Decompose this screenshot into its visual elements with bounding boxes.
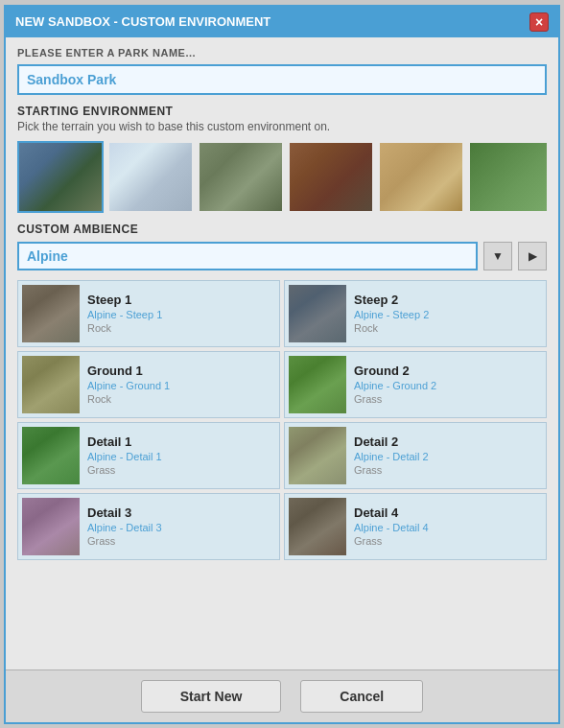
texture-detail4[interactable]: Detail 4 Alpine - Detail 4 Grass [284,493,547,560]
environment-section: STARTING ENVIRONMENT Pick the terrain yo… [17,105,547,213]
texture-steep1-thumb [22,285,80,342]
park-name-label: PLEASE ENTER A PARK NAME... [17,47,547,59]
texture-detail1-type: Grass [87,464,162,476]
texture-steep1-name: Steep 1 [87,293,162,307]
terrain-swamp[interactable] [198,141,284,213]
texture-detail4-sub: Alpine - Detail 4 [354,522,429,533]
texture-detail2-info: Detail 2 Alpine - Detail 2 Grass [354,434,429,476]
texture-ground1-info: Ground 1 Alpine - Ground 1 Rock [87,364,170,405]
texture-ground1-thumb [22,356,80,413]
texture-steep1-info: Steep 1 Alpine - Steep 1 Rock [87,293,162,334]
texture-detail4-thumb [289,498,346,555]
texture-detail3-name: Detail 3 [87,505,162,520]
texture-detail2-thumb [289,427,346,484]
texture-detail1-info: Detail 1 Alpine - Detail 1 Grass [87,434,162,476]
texture-detail3-info: Detail 3 Alpine - Detail 3 Grass [87,505,162,547]
texture-detail4-type: Grass [354,535,429,547]
texture-ground2-sub: Alpine - Ground 2 [354,380,436,391]
title-bar: NEW SANDBOX - CUSTOM ENVIRONMENT × [6,7,558,37]
dialog-content: PLEASE ENTER A PARK NAME... STARTING ENV… [6,37,558,669]
texture-steep2-thumb [289,285,346,342]
terrain-snow[interactable] [107,141,194,213]
texture-steep1-sub: Alpine - Steep 1 [87,309,162,320]
texture-ground2-thumb [289,356,346,413]
park-name-section: PLEASE ENTER A PARK NAME... [17,47,547,95]
texture-ground2[interactable]: Ground 2 Alpine - Ground 2 Grass [284,351,547,418]
texture-ground2-type: Grass [354,393,436,405]
footer: Start New Cancel [6,669,558,722]
texture-ground1-name: Ground 1 [87,364,170,378]
terrain-arch[interactable] [288,141,374,213]
texture-detail4-name: Detail 4 [354,505,429,520]
texture-ground2-name: Ground 2 [354,364,436,378]
environment-desc: Pick the terrain you wish to base this c… [17,120,547,133]
texture-steep2[interactable]: Steep 2 Alpine - Steep 2 Rock [284,280,547,347]
cancel-button[interactable]: Cancel [300,680,423,713]
texture-ground1[interactable]: Ground 1 Alpine - Ground 1 Rock [17,351,280,418]
texture-steep2-type: Rock [354,322,429,334]
ambience-dropdown[interactable]: Alpine Desert Tropical Snow [17,242,478,270]
ambience-row: Alpine Desert Tropical Snow ▼ ▶ [17,242,547,270]
ambience-play-button[interactable]: ▶ [518,242,547,270]
texture-detail3-type: Grass [87,535,162,547]
texture-detail2[interactable]: Detail 2 Alpine - Detail 2 Grass [284,422,547,489]
texture-detail3-sub: Alpine - Detail 3 [87,522,162,533]
texture-ground1-sub: Alpine - Ground 1 [87,380,170,391]
texture-detail2-type: Grass [354,464,429,476]
texture-steep2-name: Steep 2 [354,293,429,307]
texture-detail1[interactable]: Detail 1 Alpine - Detail 1 Grass [17,422,280,489]
texture-detail1-name: Detail 1 [87,434,162,449]
start-new-button[interactable]: Start New [141,680,282,713]
ambience-label: CUSTOM AMBIENCE [17,223,547,236]
close-button[interactable]: × [529,12,549,32]
texture-steep2-sub: Alpine - Steep 2 [354,309,429,320]
dialog: NEW SANDBOX - CUSTOM ENVIRONMENT × PLEAS… [4,5,560,724]
environment-title: STARTING ENVIRONMENT [17,105,547,118]
texture-detail2-name: Detail 2 [354,434,429,449]
texture-detail3-thumb [22,498,80,555]
texture-grid: Steep 1 Alpine - Steep 1 Rock Steep 2 Al… [17,280,547,560]
texture-ground1-type: Rock [87,393,170,405]
texture-steep2-info: Steep 2 Alpine - Steep 2 Rock [354,293,429,334]
texture-detail2-sub: Alpine - Detail 2 [354,451,429,462]
park-name-input[interactable] [17,64,547,95]
texture-detail1-sub: Alpine - Detail 1 [87,451,162,462]
texture-detail1-thumb [22,427,80,484]
terrain-grid [17,141,547,213]
texture-ground2-info: Ground 2 Alpine - Ground 2 Grass [354,364,436,405]
ambience-section: CUSTOM AMBIENCE Alpine Desert Tropical S… [17,223,547,270]
texture-detail4-info: Detail 4 Alpine - Detail 4 Grass [354,505,429,547]
texture-detail3[interactable]: Detail 3 Alpine - Detail 3 Grass [17,493,280,560]
ambience-down-button[interactable]: ▼ [483,242,512,270]
texture-steep1[interactable]: Steep 1 Alpine - Steep 1 Rock [17,280,280,347]
dialog-title: NEW SANDBOX - CUSTOM ENVIRONMENT [15,14,270,29]
texture-steep1-type: Rock [87,322,162,334]
terrain-sand[interactable] [378,141,464,213]
terrain-tropical[interactable] [468,141,547,213]
terrain-alpine[interactable] [17,141,104,213]
